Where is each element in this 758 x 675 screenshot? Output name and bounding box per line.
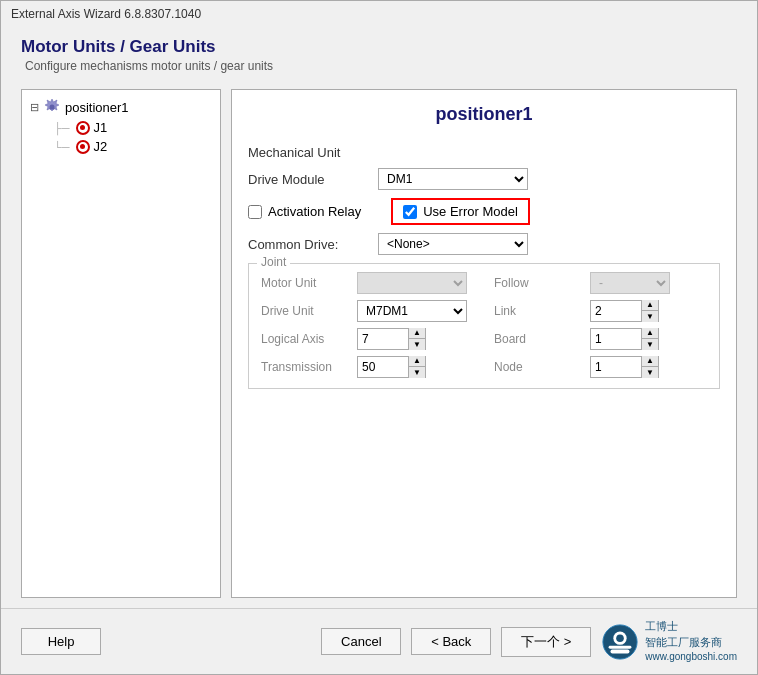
watermark-url: www.gongboshi.com — [645, 650, 737, 664]
common-drive-select[interactable]: <None> — [378, 233, 528, 255]
footer-right-buttons: Cancel < Back 下一个 > 工博士 智能工厂服务商 www.gong… — [321, 619, 737, 664]
board-spinner[interactable]: 1 ▲ ▼ — [590, 328, 659, 350]
board-down[interactable]: ▼ — [642, 339, 658, 350]
link-row: Link 2 ▲ ▼ — [494, 300, 707, 322]
logical-axis-input[interactable]: 7 — [358, 332, 408, 346]
drive-module-row: Drive Module DM1 — [248, 168, 720, 190]
node-down[interactable]: ▼ — [642, 367, 658, 378]
cancel-button[interactable]: Cancel — [321, 628, 401, 655]
content-area: Motor Units / Gear Units Configure mecha… — [1, 27, 757, 608]
follow-label: Follow — [494, 276, 584, 290]
logical-axis-label: Logical Axis — [261, 332, 351, 346]
activation-relay-label[interactable]: Activation Relay — [268, 204, 361, 219]
svg-rect-6 — [609, 645, 632, 648]
motor-unit-row: Motor Unit — [261, 272, 474, 294]
transmission-row: Transmission 50 ▲ ▼ — [261, 356, 474, 378]
link-up[interactable]: ▲ — [642, 300, 658, 311]
right-panel-title: positioner1 — [248, 104, 720, 133]
link-spinner[interactable]: 2 ▲ ▼ — [590, 300, 659, 322]
link-down[interactable]: ▼ — [642, 311, 658, 322]
transmission-spinner-buttons: ▲ ▼ — [408, 356, 425, 378]
logical-axis-up[interactable]: ▲ — [409, 328, 425, 339]
next-button[interactable]: 下一个 > — [501, 627, 591, 657]
joint-grid: Motor Unit Drive Unit M7DM1 — [261, 272, 707, 378]
section-title: Motor Units / Gear Units — [21, 37, 737, 57]
common-drive-label: Common Drive: — [248, 237, 378, 252]
tree-child-j2[interactable]: └─ J2 — [54, 139, 212, 154]
node-row: Node 1 ▲ ▼ — [494, 356, 707, 378]
section-header: Motor Units / Gear Units Configure mecha… — [21, 37, 737, 73]
drive-module-select[interactable]: DM1 — [378, 168, 528, 190]
drive-unit-row: Drive Unit M7DM1 — [261, 300, 474, 322]
main-panel: ⊟ positioner1 ├─ — [21, 89, 737, 598]
node-input[interactable]: 1 — [591, 360, 641, 374]
window-title: External Axis Wizard 6.8.8307.1040 — [11, 7, 201, 21]
node-label: Node — [494, 360, 584, 374]
mechanical-unit-row: Mechanical Unit — [248, 145, 720, 160]
gear-icon — [43, 98, 61, 116]
board-row: Board 1 ▲ ▼ — [494, 328, 707, 350]
transmission-label: Transmission — [261, 360, 351, 374]
drive-module-label: Drive Module — [248, 172, 378, 187]
board-up[interactable]: ▲ — [642, 328, 658, 339]
link-label: Link — [494, 304, 584, 318]
joint-right-col: Follow - Link 2 ▲ — [494, 272, 707, 378]
back-button[interactable]: < Back — [411, 628, 491, 655]
bottom-bar: Help Cancel < Back 下一个 > 工博士 智能工厂服务商 www… — [1, 608, 757, 674]
transmission-spinner[interactable]: 50 ▲ ▼ — [357, 356, 426, 378]
transmission-input[interactable]: 50 — [358, 360, 408, 374]
transmission-up[interactable]: ▲ — [409, 356, 425, 367]
title-bar: External Axis Wizard 6.8.8307.1040 — [1, 1, 757, 27]
logical-axis-down[interactable]: ▼ — [409, 339, 425, 350]
help-button[interactable]: Help — [21, 628, 101, 655]
board-input[interactable]: 1 — [591, 332, 641, 346]
watermark: 工博士 智能工厂服务商 www.gongboshi.com — [601, 619, 737, 664]
tree-expand-icon[interactable]: ⊟ — [30, 101, 39, 114]
j2-icon — [76, 140, 90, 154]
node-spinner[interactable]: 1 ▲ ▼ — [590, 356, 659, 378]
watermark-line1: 工博士 — [645, 619, 737, 634]
board-spinner-buttons: ▲ ▼ — [641, 328, 658, 350]
svg-rect-5 — [611, 649, 630, 653]
logical-axis-spinner-buttons: ▲ ▼ — [408, 328, 425, 350]
common-drive-row: Common Drive: <None> — [248, 233, 720, 255]
board-label: Board — [494, 332, 584, 346]
node-spinner-buttons: ▲ ▼ — [641, 356, 658, 378]
mechanical-unit-label: Mechanical Unit — [248, 145, 378, 160]
activation-relay-group: Activation Relay — [248, 204, 361, 219]
joint-group-label: Joint — [257, 255, 290, 269]
logical-axis-spinner[interactable]: 7 ▲ ▼ — [357, 328, 426, 350]
footer-left-buttons: Help — [21, 628, 101, 655]
use-error-model-checkbox[interactable] — [403, 205, 417, 219]
watermark-text: 工博士 智能工厂服务商 www.gongboshi.com — [645, 619, 737, 664]
j1-label: J1 — [94, 120, 108, 135]
svg-point-4 — [616, 634, 624, 642]
motor-unit-label: Motor Unit — [261, 276, 351, 290]
watermark-logo-icon — [601, 623, 639, 661]
right-panel: positioner1 Mechanical Unit Drive Module… — [231, 89, 737, 598]
use-error-model-label[interactable]: Use Error Model — [423, 204, 518, 219]
tree-root-label[interactable]: positioner1 — [65, 100, 129, 115]
transmission-down[interactable]: ▼ — [409, 367, 425, 378]
j2-label: J2 — [94, 139, 108, 154]
motor-unit-select[interactable] — [357, 272, 467, 294]
tree-root-item[interactable]: ⊟ positioner1 — [30, 98, 212, 116]
section-subtitle: Configure mechanisms motor units / gear … — [25, 59, 737, 73]
activation-relay-checkbox[interactable] — [248, 205, 262, 219]
link-input[interactable]: 2 — [591, 304, 641, 318]
drive-unit-label: Drive Unit — [261, 304, 351, 318]
watermark-line2: 智能工厂服务商 — [645, 635, 737, 650]
window: External Axis Wizard 6.8.8307.1040 Motor… — [0, 0, 758, 675]
node-up[interactable]: ▲ — [642, 356, 658, 367]
joint-left-col: Motor Unit Drive Unit M7DM1 — [261, 272, 474, 378]
drive-unit-select[interactable]: M7DM1 — [357, 300, 467, 322]
follow-row: Follow - — [494, 272, 707, 294]
joint-group-box: Joint Motor Unit Drive Unit — [248, 263, 720, 389]
tree-child-j1[interactable]: ├─ J1 — [54, 120, 212, 135]
tree-panel: ⊟ positioner1 ├─ — [21, 89, 221, 598]
activation-relay-row: Activation Relay Use Error Model — [248, 198, 720, 225]
follow-select[interactable]: - — [590, 272, 670, 294]
logical-axis-row: Logical Axis 7 ▲ ▼ — [261, 328, 474, 350]
tree-children: ├─ J1 └─ J2 — [54, 120, 212, 154]
use-error-model-box: Use Error Model — [391, 198, 530, 225]
